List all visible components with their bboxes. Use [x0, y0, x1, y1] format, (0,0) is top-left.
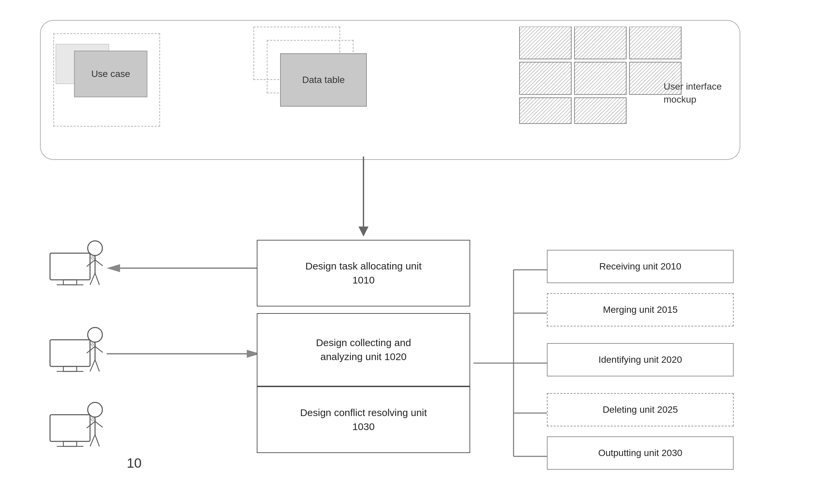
- unit-1030: Design conflict resolving unit1030: [257, 386, 470, 453]
- svg-rect-8: [574, 98, 626, 124]
- svg-line-47: [95, 435, 99, 446]
- svg-line-44: [87, 421, 95, 428]
- person-icon-2: [43, 313, 110, 380]
- data-table-box3: Data table: [280, 53, 367, 107]
- svg-marker-24: [107, 264, 120, 272]
- svg-rect-1: [519, 27, 571, 59]
- svg-rect-12: [63, 280, 77, 285]
- unit-1030-label: Design conflict resolving unit1030: [300, 406, 427, 434]
- use-case-inner-box: Use case: [74, 51, 147, 97]
- svg-point-28: [88, 327, 102, 342]
- use-case-outer-box: Use case: [53, 33, 160, 127]
- svg-rect-11: [50, 253, 90, 280]
- use-case-area: Use case: [53, 27, 180, 147]
- ui-mockup-text: User interfacemockup: [664, 81, 722, 105]
- svg-rect-4: [519, 62, 571, 95]
- svg-marker-10: [359, 227, 369, 237]
- svg-rect-2: [574, 27, 626, 59]
- right-unit-2020-label: Identifying unit 2020: [598, 354, 682, 365]
- svg-line-46: [90, 435, 95, 446]
- svg-rect-3: [630, 27, 681, 59]
- svg-line-17: [95, 260, 103, 266]
- svg-line-16: [87, 260, 95, 266]
- right-unit-2015-label: Merging unit 2015: [603, 304, 678, 315]
- svg-line-18: [90, 273, 95, 285]
- use-case-label: Use case: [91, 69, 130, 79]
- unit-1010: Design task allocating unit1010: [257, 240, 470, 306]
- svg-rect-5: [574, 62, 626, 95]
- svg-rect-40: [63, 441, 77, 446]
- diagram-container: Use case Data table: [0, 0, 815, 504]
- svg-rect-7: [519, 98, 571, 124]
- svg-line-30: [87, 346, 95, 353]
- right-unit-2030-label: Outputting unit 2030: [598, 448, 682, 458]
- unit-1010-label: Design task allocating unit1010: [306, 259, 422, 287]
- svg-line-19: [95, 273, 99, 285]
- svg-line-33: [95, 360, 99, 371]
- right-unit-2020: Identifying unit 2020: [547, 343, 734, 376]
- right-unit-2030: Outputting unit 2030: [547, 436, 734, 470]
- svg-line-45: [95, 421, 103, 427]
- right-unit-2010-label: Receiving unit 2010: [599, 261, 681, 272]
- right-unit-2010: Receiving unit 2010: [547, 250, 734, 283]
- svg-rect-26: [63, 366, 77, 371]
- person-icon-1: [43, 227, 110, 293]
- svg-line-32: [90, 360, 95, 371]
- ui-mockup-area: User interfacemockup: [517, 27, 710, 147]
- svg-point-14: [88, 241, 102, 255]
- unit-1020: Design collecting andanalyzing unit 1020: [257, 313, 470, 386]
- arrow-from-person-2: [107, 347, 260, 360]
- svg-point-42: [88, 402, 102, 417]
- svg-rect-39: [50, 415, 90, 441]
- ui-mockup-label: User interfacemockup: [664, 80, 722, 106]
- svg-line-31: [95, 346, 103, 352]
- data-table-area: Data table: [234, 27, 400, 153]
- right-unit-2025-label: Deleting unit 2025: [602, 404, 678, 415]
- data-table-label: Data table: [302, 75, 345, 85]
- right-unit-2015: Merging unit 2015: [547, 293, 734, 326]
- arrow-to-person-1: [107, 261, 260, 275]
- arrow-top-to-units: [354, 157, 374, 240]
- diagram-number: 10: [127, 456, 142, 471]
- right-unit-2025: Deleting unit 2025: [547, 393, 734, 426]
- svg-rect-25: [50, 340, 90, 366]
- person-icon-3: [43, 388, 110, 455]
- unit-1020-label: Design collecting andanalyzing unit 1020: [316, 336, 411, 364]
